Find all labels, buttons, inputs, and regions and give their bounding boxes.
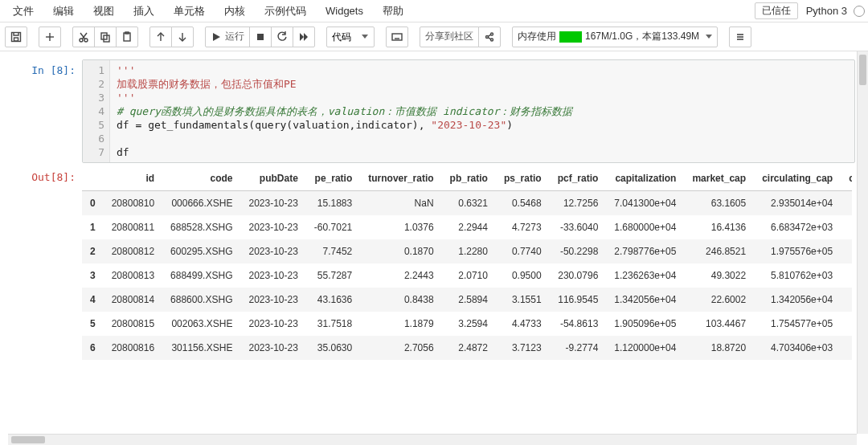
menu-edit[interactable]: 编辑 <box>43 0 84 22</box>
input-prompt: In [8]: <box>5 59 82 163</box>
command-palette-button[interactable] <box>386 27 408 47</box>
table-row: 020800810000666.XSHE2023-10-2315.1883NaN… <box>82 191 863 216</box>
run-button-label: 运行 <box>225 30 244 43</box>
stop-icon <box>255 31 266 43</box>
move-up-button[interactable] <box>149 27 172 47</box>
copy-button[interactable] <box>94 27 117 47</box>
cut-icon <box>78 31 89 43</box>
output-prompt: Out[8]: <box>5 166 82 360</box>
menu-insert[interactable]: 插入 <box>124 0 164 22</box>
keyboard-icon <box>391 31 403 43</box>
paste-icon <box>121 31 133 43</box>
menu-file[interactable]: 文件 <box>3 0 43 22</box>
menu-view[interactable]: 视图 <box>84 0 124 22</box>
table-row: 120800811688528.XSHG2023-10-23-60.70211.… <box>82 215 863 239</box>
share-community-button[interactable]: 分享到社区 <box>420 27 479 47</box>
share-label: 分享到社区 <box>425 30 473 43</box>
menu-help[interactable]: 帮助 <box>373 0 413 22</box>
menu-widgets[interactable]: Widgets <box>316 0 373 22</box>
table-header-row: id code pubDate pe_ratio turnover_ratio … <box>82 166 863 191</box>
play-icon <box>211 31 222 43</box>
run-group: 运行 <box>205 27 315 47</box>
restart-button[interactable] <box>271 27 293 47</box>
trusted-indicator[interactable]: 已信任 <box>755 2 798 19</box>
svg-rect-15 <box>257 34 264 40</box>
svg-marker-17 <box>304 33 308 41</box>
code-content[interactable]: ''' 加载股票的财务数据，包括总市值和PE ''' # query函数填入的是… <box>110 60 854 162</box>
code-cell[interactable]: In [8]: 1 2 3 4 5 6 7 ''' 加载股票的财务数据，包括总市… <box>5 59 863 163</box>
table-row: 520800815002063.XSHE2023-10-2331.75181.1… <box>82 312 863 336</box>
svg-line-27 <box>488 37 491 39</box>
table-row: 220800812600295.XSHG2023-10-237.74520.18… <box>82 239 863 263</box>
dataframe-table: id code pubDate pe_ratio turnover_ratio … <box>82 166 863 360</box>
arrow-up-icon <box>155 31 166 43</box>
toolbar: 运行 代码 分享到社区 内存使用 167M/1.0G，本篇133.49M <box>0 22 868 51</box>
arrow-down-icon <box>177 31 188 43</box>
code-editor[interactable]: 1 2 3 4 5 6 7 ''' 加载股票的财务数据，包括总市值和PE '''… <box>82 59 855 163</box>
cut-copy-paste-group <box>72 27 138 47</box>
table-row: 620800816301156.XSHE2023-10-2335.06302.7… <box>82 336 863 360</box>
svg-line-26 <box>488 35 491 36</box>
svg-rect-0 <box>12 32 21 41</box>
cell-type-select[interactable]: 代码 <box>326 27 375 47</box>
chevron-down-icon <box>706 35 712 39</box>
menu-examples[interactable]: 示例代码 <box>255 0 316 22</box>
menu-bar: 文件 编辑 视图 插入 单元格 内核 示例代码 Widgets 帮助 已信任 P… <box>0 0 868 22</box>
vertical-scrollbar[interactable] <box>857 51 868 434</box>
memory-usage-widget[interactable]: 内存使用 167M/1.0G，本篇133.49M <box>512 27 718 47</box>
memory-detail: 167M/1.0G，本篇133.49M <box>585 30 699 43</box>
svg-marker-16 <box>300 33 304 41</box>
share-group: 分享到社区 <box>420 27 501 47</box>
save-icon <box>10 31 22 43</box>
notebook-area: In [8]: 1 2 3 4 5 6 7 ''' 加载股票的财务数据，包括总市… <box>0 51 868 445</box>
scrollbar-thumb[interactable] <box>859 55 866 85</box>
share-icon-button[interactable] <box>478 27 501 47</box>
table-row: 420800814688600.XSHG2023-10-2343.16360.8… <box>82 288 863 312</box>
paste-button[interactable] <box>116 27 138 47</box>
copy-icon <box>100 31 111 43</box>
output-cell: Out[8]: id code pubDate pe_ratio turnove… <box>5 166 863 360</box>
svg-marker-14 <box>213 33 220 41</box>
scrollbar-thumb[interactable] <box>11 436 45 443</box>
menu-cell[interactable]: 单元格 <box>164 0 215 22</box>
svg-rect-1 <box>14 38 18 41</box>
horizontal-scrollbar[interactable] <box>8 434 857 445</box>
cell-type-select-wrap: 代码 <box>326 27 375 47</box>
menu-kernel[interactable]: 内核 <box>215 0 255 22</box>
cut-button[interactable] <box>72 27 95 47</box>
table-row: 320800813688499.XSHG2023-10-2355.72872.2… <box>82 263 863 288</box>
fast-forward-icon <box>298 31 309 43</box>
run-button[interactable]: 运行 <box>205 27 250 47</box>
kernel-busy-indicator <box>854 6 865 17</box>
output-area[interactable]: id code pubDate pe_ratio turnover_ratio … <box>82 166 863 360</box>
save-button[interactable] <box>5 27 27 47</box>
kernel-name[interactable]: Python 3 <box>806 5 852 17</box>
toggle-line-numbers-button[interactable] <box>729 27 751 47</box>
run-all-button[interactable] <box>293 27 315 47</box>
plus-icon <box>44 31 55 43</box>
move-down-button[interactable] <box>171 27 194 47</box>
memory-label: 内存使用 <box>518 30 556 43</box>
memory-bar <box>559 31 582 43</box>
move-group <box>149 27 194 47</box>
share-icon <box>484 31 495 43</box>
add-cell-button[interactable] <box>39 27 61 47</box>
interrupt-button[interactable] <box>249 27 272 47</box>
list-icon <box>735 31 746 43</box>
svg-rect-18 <box>392 34 402 40</box>
gutter: 1 2 3 4 5 6 7 <box>83 60 110 162</box>
restart-icon <box>276 31 288 43</box>
